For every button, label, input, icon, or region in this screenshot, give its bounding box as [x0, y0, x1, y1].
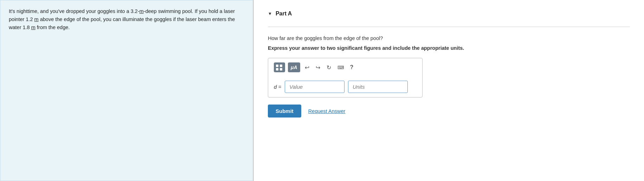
- action-row: Submit Request Answer: [268, 105, 630, 118]
- question-text: How far are the goggles from the edge of…: [268, 35, 630, 41]
- undo-button[interactable]: ↩: [303, 63, 311, 72]
- unit-m-2: m: [34, 16, 39, 22]
- unit-m-1: m: [140, 8, 144, 14]
- problem-panel: It's nighttime, and you've dropped your …: [0, 0, 253, 181]
- input-row: d =: [274, 81, 417, 93]
- help-button[interactable]: ?: [348, 63, 355, 72]
- instruction-text: Express your answer to two significant f…: [268, 45, 630, 51]
- matrix-cell-3: [276, 68, 278, 71]
- variable-label: d =: [274, 84, 281, 90]
- matrix-cell-1: [276, 65, 278, 67]
- request-answer-link[interactable]: Request Answer: [308, 108, 346, 114]
- value-input[interactable]: [285, 81, 344, 93]
- part-header: ▼ Part A: [268, 11, 630, 17]
- collapse-arrow-icon[interactable]: ▼: [268, 11, 272, 16]
- answer-panel: ▼ Part A How far are the goggles from th…: [254, 0, 644, 181]
- submit-button[interactable]: Submit: [268, 105, 301, 118]
- matrix-button[interactable]: [274, 62, 285, 72]
- section-divider: [268, 27, 630, 27]
- keyboard-button[interactable]: ⌨: [336, 64, 346, 71]
- problem-text: It's nighttime, and you've dropped your …: [9, 7, 244, 32]
- matrix-cell-2: [280, 65, 282, 67]
- part-title: Part A: [276, 11, 292, 17]
- units-input[interactable]: [348, 81, 408, 93]
- mu-button[interactable]: μA: [288, 62, 300, 72]
- unit-m-3: m: [31, 25, 36, 30]
- matrix-cell-4: [280, 68, 282, 71]
- keyboard-icon: ⌨: [337, 65, 344, 70]
- answer-box: μA ↩ ↪ ↻ ⌨ ? d =: [268, 58, 423, 98]
- refresh-button[interactable]: ↻: [325, 63, 333, 72]
- answer-toolbar: μA ↩ ↪ ↻ ⌨ ?: [274, 62, 417, 76]
- redo-button[interactable]: ↪: [314, 63, 322, 72]
